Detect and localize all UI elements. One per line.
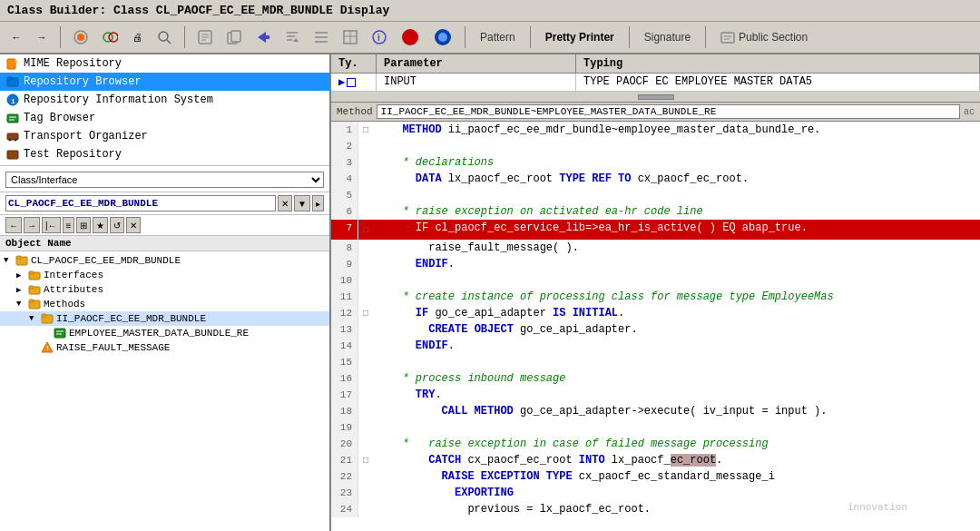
scroll-thumb[interactable] — [638, 94, 674, 100]
nav-back-btn[interactable]: ← — [5, 217, 22, 233]
sidebar-item-tag-label: Tag Browser — [24, 112, 95, 124]
param-col-ty: Ty. — [331, 54, 377, 73]
arrow-button[interactable] — [250, 25, 276, 49]
param-col-typing: Typing — [576, 54, 980, 73]
expand-ii-paocf: ▼ — [29, 314, 38, 323]
back-button[interactable]: ← — [5, 25, 27, 49]
toolbar-sep-6 — [705, 26, 706, 48]
tree-node-employee-label: EMPLOYEE_MASTER_DATA_BUNDLE_RE — [69, 328, 249, 339]
sidebar-item-mime[interactable]: MIME Repository — [0, 54, 329, 73]
tree-node-raise-fault-label: RAISE_FAULT_MESSAGE — [56, 342, 170, 353]
tree-node-interfaces[interactable]: ▶ Interfaces — [0, 268, 329, 282]
title-bar: Class Builder: Class CL_PAOCF_EC_EE_MDR_… — [0, 0, 980, 22]
tree-node-employee-master[interactable]: EMPLOYEE_MASTER_DATA_BUNDLE_RE — [0, 326, 329, 340]
find-button[interactable] — [152, 25, 177, 49]
tree-node-ii-paocf-label: II_PAOCF_EC_EE_MDR_BUNDLE — [56, 313, 206, 324]
indent-button[interactable] — [309, 25, 334, 49]
toolbar-sep-5 — [629, 26, 630, 48]
code-line-22: 22 RAISE EXCEPTION TYPE cx_paocf_ec_stan… — [331, 468, 980, 485]
expand-all-btn[interactable]: ≡ — [63, 217, 75, 233]
expand-btn[interactable]: ⊞ — [76, 217, 91, 233]
param-name-cell: INPUT — [377, 74, 576, 91]
red-button[interactable] — [396, 25, 425, 49]
breakpoint-indicator — [375, 223, 384, 232]
svg-rect-37 — [7, 114, 18, 123]
param-row: ▶ INPUT TYPE PAOCF EC EMPLOYEE MASTER DA… — [331, 74, 980, 92]
info-button[interactable]: i — [367, 25, 392, 49]
tree-node-methods[interactable]: ▼ Methods — [0, 297, 329, 311]
method-label: Method — [337, 106, 373, 117]
activate-button[interactable] — [68, 25, 93, 49]
sidebar-item-repo-browser-label: Repository Browser — [24, 75, 142, 88]
copy-button[interactable] — [221, 25, 247, 49]
code-line-13: 13 CREATE OBJECT go_ce_api_adapter. — [331, 321, 980, 338]
tree-node-root[interactable]: ▼ CL_PAOCF_EC_EE_MDR_BUNDLE — [0, 253, 329, 268]
pretty-printer-button[interactable]: Pretty Printer — [538, 25, 622, 49]
expand-root: ▼ — [4, 256, 13, 265]
dropdown-btn[interactable]: ▼ — [294, 195, 310, 211]
bookmark-btn[interactable]: ★ — [93, 217, 108, 233]
svg-text:i: i — [377, 33, 380, 43]
sort-button[interactable] — [279, 25, 305, 49]
code-line-24: 24 previous = lx_paocf_ec_root. — [331, 501, 980, 517]
nav-fwd-btn[interactable]: → — [24, 217, 40, 233]
dropdown-area: Class/Interface Program Function Group — [0, 168, 329, 192]
signature-button[interactable]: Signature — [637, 25, 698, 49]
refresh-btn[interactable]: ↺ — [110, 217, 124, 233]
print-button[interactable]: 🖨 — [126, 25, 148, 49]
svg-rect-51 — [29, 300, 34, 302]
code-line-5: 5 — [331, 187, 980, 203]
left-panel: MIME Repository Repository Browser i Rep… — [0, 54, 331, 531]
param-type-box — [347, 78, 356, 87]
sidebar-item-transport[interactable]: Transport Organizer — [0, 127, 329, 145]
object-tree: ▼ CL_PAOCF_EC_EE_MDR_BUNDLE ▶ Interfaces… — [0, 251, 329, 357]
public-section-button[interactable]: Public Section — [713, 25, 815, 49]
code-line-15: 15 — [331, 354, 980, 370]
svg-rect-49 — [29, 286, 34, 289]
tree-node-attributes[interactable]: ▶ Attributes — [0, 282, 329, 297]
methods-folder-icon — [28, 298, 41, 310]
type-dropdown[interactable]: Class/Interface Program Function Group — [5, 172, 324, 188]
collapse-btn[interactable]: |← — [42, 217, 61, 233]
code-editor[interactable]: 1 □ METHOD ii_paocf_ec_ee_mdr_bundle~emp… — [331, 122, 980, 531]
toolbar-sep-4 — [530, 26, 531, 48]
code-line-19: 19 — [331, 419, 980, 436]
forward-button[interactable]: → — [31, 25, 53, 49]
history-btn[interactable]: ▸ — [312, 195, 324, 211]
tree-node-root-label: CL_PAOCF_EC_EE_MDR_BUNDLE — [31, 255, 181, 266]
code-line-6: 6 * raise exception on activated ea-hr c… — [331, 203, 980, 220]
code-line-16: 16 * process inbound message — [331, 370, 980, 387]
svg-point-4 — [159, 32, 168, 41]
clear-button[interactable]: ✕ — [278, 195, 292, 211]
blue-button[interactable] — [428, 25, 457, 49]
tree-node-raise-fault[interactable]: ! RAISE_FAULT_MESSAGE — [0, 340, 329, 355]
tree-node-ii-paocf[interactable]: ▼ II_PAOCF_EC_EE_MDR_BUNDLE — [0, 311, 329, 326]
method-input[interactable] — [377, 104, 960, 119]
sidebar-item-test[interactable]: Test Repository — [0, 145, 329, 163]
sidebar-item-tag[interactable]: Tag Browser — [0, 109, 329, 127]
ii-folder-icon — [41, 312, 54, 325]
sidebar-item-repo-browser[interactable]: Repository Browser — [0, 73, 329, 91]
svg-point-27 — [438, 33, 447, 42]
main-area: MIME Repository Repository Browser i Rep… — [0, 54, 980, 531]
param-type-arrow: ▶ — [338, 75, 345, 89]
check-button[interactable] — [97, 25, 122, 49]
repo-info-icon: i — [5, 93, 20, 107]
svg-rect-53 — [42, 314, 46, 317]
svg-marker-12 — [258, 32, 270, 43]
svg-rect-28 — [721, 33, 734, 43]
sidebar-item-transport-label: Transport Organizer — [24, 130, 148, 143]
toolbar: ← → 🖨 i Pattern Pretty Printer Signature — [0, 22, 980, 54]
svg-rect-43 — [7, 151, 18, 159]
close-btn[interactable]: ✕ — [126, 217, 141, 233]
pattern-button[interactable]: Pattern — [473, 25, 523, 49]
search-input[interactable] — [5, 195, 276, 211]
where-used-button[interactable] — [192, 25, 218, 49]
test-icon — [5, 147, 20, 162]
code-line-8: 8 raise_fault_message( ). — [331, 240, 980, 256]
svg-point-3 — [109, 33, 118, 42]
sidebar-item-repo-info[interactable]: i Repository Information System — [0, 91, 329, 109]
svg-point-41 — [9, 139, 12, 142]
attributes-folder-icon — [28, 283, 41, 296]
table-button[interactable] — [338, 25, 363, 49]
